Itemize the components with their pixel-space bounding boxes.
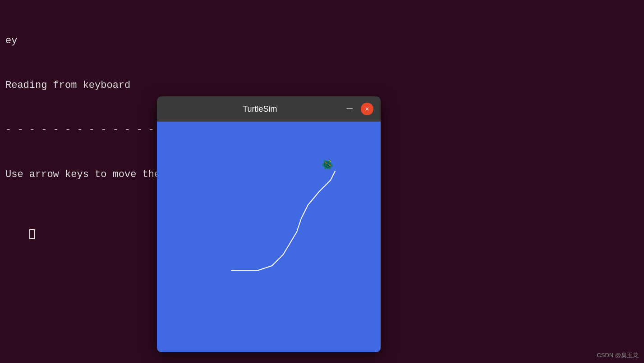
window-title: TurtleSim (177, 104, 343, 114)
turtle-trail (157, 122, 381, 352)
svg-point-8 (323, 160, 326, 162)
terminal-line-2: Reading from keyboard (5, 78, 297, 93)
turtlesim-window: TurtleSim — ✕ (157, 96, 381, 352)
watermark: CSDN @臭玉龙 (597, 351, 639, 359)
window-titlebar: TurtleSim — ✕ (157, 96, 381, 122)
close-button[interactable]: ✕ (361, 103, 373, 115)
terminal-cursor (29, 229, 35, 239)
close-icon: ✕ (365, 106, 369, 112)
terminal-line-1: ey (5, 33, 297, 48)
turtlesim-canvas (157, 122, 381, 352)
minimize-button[interactable]: — (343, 104, 356, 114)
